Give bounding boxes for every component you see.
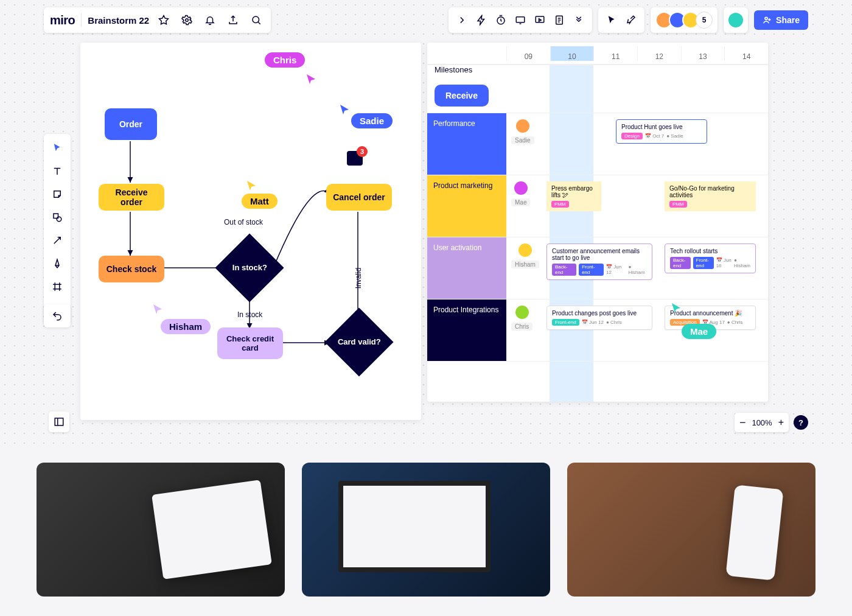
share-label: Share bbox=[776, 15, 800, 25]
card-owner: Chris bbox=[732, 320, 743, 325]
tl-row-label: Performance bbox=[427, 113, 506, 175]
settings-icon[interactable] bbox=[178, 12, 195, 29]
cursor-mae: Mae bbox=[682, 324, 716, 339]
more-icon[interactable] bbox=[570, 12, 587, 29]
tl-row-product-integrations: Product Integrations Chris Product chang… bbox=[427, 299, 768, 362]
gallery-image-phone bbox=[567, 463, 815, 597]
pointer-icon[interactable] bbox=[603, 12, 620, 29]
search-icon[interactable] bbox=[248, 12, 265, 29]
card-date: Jun 12 bbox=[589, 320, 604, 325]
comment-thread[interactable]: 3 bbox=[347, 151, 363, 166]
zoom-level[interactable]: 100% bbox=[752, 418, 772, 427]
flow-edge-label-invalid: Invalid bbox=[354, 268, 363, 289]
diamond-label: Card valid? bbox=[332, 337, 386, 346]
svg-rect-15 bbox=[55, 418, 63, 425]
zoom-out-button[interactable]: − bbox=[739, 416, 746, 429]
present-icon[interactable] bbox=[531, 12, 548, 29]
avatar-self[interactable] bbox=[727, 12, 744, 29]
tl-day[interactable]: 14 bbox=[724, 46, 768, 61]
flow-edge-label-in: In stock bbox=[237, 310, 262, 319]
milestone-receive[interactable]: Receive bbox=[435, 85, 489, 107]
tl-day[interactable]: 11 bbox=[593, 46, 637, 61]
owner-name: Mae bbox=[511, 198, 530, 206]
card-owner: Hisham bbox=[734, 263, 750, 268]
cursor-pointer-icon bbox=[671, 302, 683, 314]
flow-node-card-valid[interactable]: Card valid? bbox=[324, 307, 393, 376]
flowchart-frame[interactable]: Order Receive order Check stock In stock… bbox=[80, 43, 421, 420]
zoom-in-button[interactable]: + bbox=[778, 417, 784, 428]
card-owner: Chris bbox=[610, 320, 622, 325]
timeline-frame[interactable]: 09 10 11 12 13 14 Milestones Receive Per… bbox=[427, 43, 768, 402]
card-owner: Sadie bbox=[671, 133, 683, 139]
star-icon[interactable] bbox=[155, 12, 172, 29]
timeline-header: 09 10 11 12 13 14 bbox=[427, 43, 768, 65]
frames-panel-button[interactable] bbox=[49, 411, 69, 432]
avatar bbox=[514, 304, 530, 320]
tl-row-product-marketing: Product marketing Mae Press embargo lift… bbox=[427, 175, 768, 237]
flow-node-check-cc[interactable]: Check credit card bbox=[217, 327, 283, 359]
cursor-pointer-icon bbox=[339, 103, 351, 116]
tl-row-label: Product marketing bbox=[427, 175, 506, 237]
text-tool-icon[interactable] bbox=[48, 162, 66, 180]
screen-icon[interactable] bbox=[512, 12, 529, 29]
timeline-card[interactable]: Customer announcement emails start to go… bbox=[546, 243, 652, 280]
topbar-right: 5 Share bbox=[449, 7, 808, 33]
frame-tool-icon[interactable] bbox=[48, 278, 66, 296]
share-button[interactable]: Share bbox=[754, 10, 808, 30]
sticky-tool-icon[interactable] bbox=[48, 185, 66, 203]
card-owner: Hisham bbox=[628, 270, 644, 275]
chevron-right-icon[interactable] bbox=[453, 12, 470, 29]
timeline-card[interactable]: Tech rollout starts Back-end Front-end 📅… bbox=[665, 243, 756, 273]
card-title: Product Hunt goes live bbox=[621, 124, 702, 130]
sticky-note[interactable]: Press embargo lifts 🕊 PMM bbox=[546, 181, 601, 211]
board-title[interactable]: Brainstorm 22 bbox=[88, 15, 149, 26]
flow-node-order[interactable]: Order bbox=[105, 108, 157, 140]
tl-day[interactable]: 12 bbox=[637, 46, 681, 61]
undo-button[interactable] bbox=[44, 304, 71, 327]
gallery-strip bbox=[0, 463, 852, 597]
tl-row-owner: Chris bbox=[511, 304, 532, 331]
cursor-pointer-icon bbox=[306, 73, 318, 85]
avatar-count[interactable]: 5 bbox=[696, 12, 713, 29]
current-user bbox=[724, 7, 748, 33]
sticky-note[interactable]: Go/No-Go for marketing activities PMM bbox=[665, 181, 756, 211]
flow-node-check-stock[interactable]: Check stock bbox=[99, 256, 164, 282]
avatar bbox=[517, 242, 533, 258]
select-tool-icon[interactable] bbox=[48, 139, 66, 157]
export-icon[interactable] bbox=[225, 12, 242, 29]
tl-day[interactable]: 13 bbox=[681, 46, 725, 61]
help-button[interactable]: ? bbox=[794, 415, 808, 430]
bolt-icon[interactable] bbox=[473, 12, 490, 29]
owner-name: Sadie bbox=[511, 136, 534, 144]
tl-day[interactable]: 09 bbox=[506, 46, 550, 61]
owner-name: Hisham bbox=[511, 261, 539, 268]
svg-point-0 bbox=[186, 19, 189, 22]
notes-icon[interactable] bbox=[551, 12, 568, 29]
timeline-card[interactable]: Product changes post goes live Front-end… bbox=[546, 306, 652, 330]
tl-row-user-activation: User activation Hisham Customer announce… bbox=[427, 237, 768, 299]
avatar bbox=[513, 180, 529, 196]
bell-icon[interactable] bbox=[201, 12, 218, 29]
comment-count-badge: 3 bbox=[357, 146, 368, 157]
tool-toolbar bbox=[44, 134, 71, 324]
pen-tool-icon[interactable] bbox=[48, 254, 66, 273]
canvas-workspace[interactable]: miro Brainstorm 22 5 bbox=[0, 0, 852, 444]
card-title: Customer announcement emails start to go… bbox=[552, 248, 647, 261]
flow-node-in-stock[interactable]: In stock? bbox=[215, 233, 284, 302]
avatars[interactable]: 5 bbox=[655, 12, 713, 29]
gallery-image-tv bbox=[302, 463, 550, 597]
logo[interactable]: miro bbox=[50, 13, 75, 27]
reactions-icon[interactable] bbox=[623, 12, 640, 29]
timeline-card[interactable]: Product Hunt goes live Design 📅 Oct 7 ● … bbox=[616, 119, 707, 144]
flow-node-cancel[interactable]: Cancel order bbox=[326, 184, 392, 211]
tl-day[interactable]: 10 bbox=[550, 46, 594, 61]
flow-node-receive[interactable]: Receive order bbox=[99, 184, 164, 211]
card-title: Tech rollout starts bbox=[670, 248, 750, 254]
timer-icon[interactable] bbox=[492, 12, 509, 29]
arrow-tool-icon[interactable] bbox=[48, 231, 66, 250]
tag: PMM bbox=[669, 201, 687, 208]
card-date: Jun 16 bbox=[716, 257, 732, 268]
flow-edge-label-out: Out of stock bbox=[224, 218, 263, 226]
shape-tool-icon[interactable] bbox=[48, 208, 66, 226]
card-date: Jun 12 bbox=[606, 264, 621, 275]
